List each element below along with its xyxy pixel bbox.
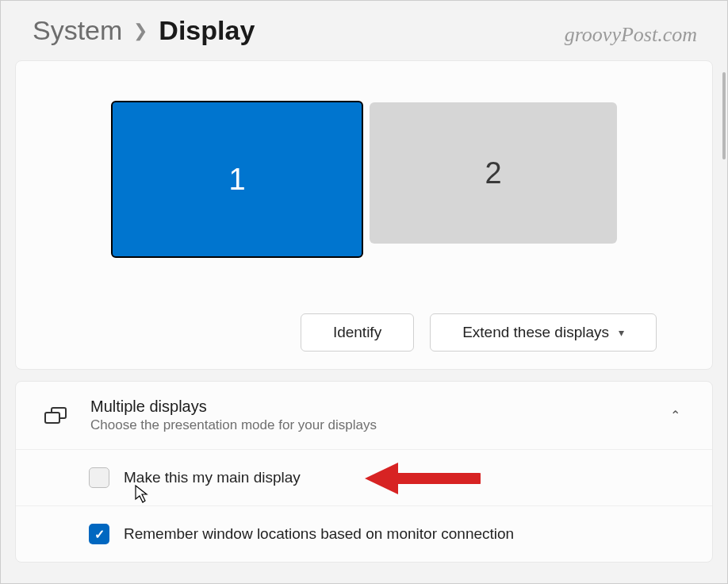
watermark: groovyPost.com — [565, 23, 697, 47]
breadcrumb-parent[interactable]: System — [33, 15, 122, 46]
red-arrow-annotation — [362, 456, 481, 501]
main-display-label: Make this my main display — [124, 469, 301, 486]
multiple-displays-card: Multiple displays Choose the presentatio… — [15, 381, 713, 563]
main-display-checkbox[interactable] — [89, 467, 109, 488]
displays-icon — [44, 407, 67, 425]
multiple-displays-title: Multiple displays — [90, 398, 651, 416]
chevron-right-icon: ❯ — [133, 21, 148, 41]
multiple-displays-header[interactable]: Multiple displays Choose the presentatio… — [16, 382, 712, 449]
extend-label: Extend these displays — [462, 324, 609, 341]
remember-windows-option[interactable]: ✓ Remember window locations based on mon… — [16, 505, 712, 562]
chevron-up-icon: ⌃ — [670, 408, 688, 423]
monitor-2[interactable]: 2 — [370, 102, 617, 244]
main-display-option[interactable]: Make this my main display — [16, 449, 712, 505]
cursor-icon — [135, 485, 151, 505]
chevron-down-icon: ▾ — [619, 326, 624, 339]
monitor-1[interactable]: 1 — [111, 101, 363, 258]
identify-button[interactable]: Identify — [301, 313, 414, 352]
monitor-layout: 1 2 — [71, 101, 657, 258]
display-arrangement-card: 1 2 Identify Extend these displays ▾ — [15, 60, 713, 370]
remember-windows-label: Remember window locations based on monit… — [124, 525, 514, 543]
scrollbar[interactable] — [722, 72, 726, 159]
breadcrumb-current: Display — [159, 15, 255, 46]
extend-displays-dropdown[interactable]: Extend these displays ▾ — [430, 313, 657, 352]
multiple-displays-subtitle: Choose the presentation mode for your di… — [90, 417, 651, 433]
remember-windows-checkbox[interactable]: ✓ — [89, 524, 109, 544]
